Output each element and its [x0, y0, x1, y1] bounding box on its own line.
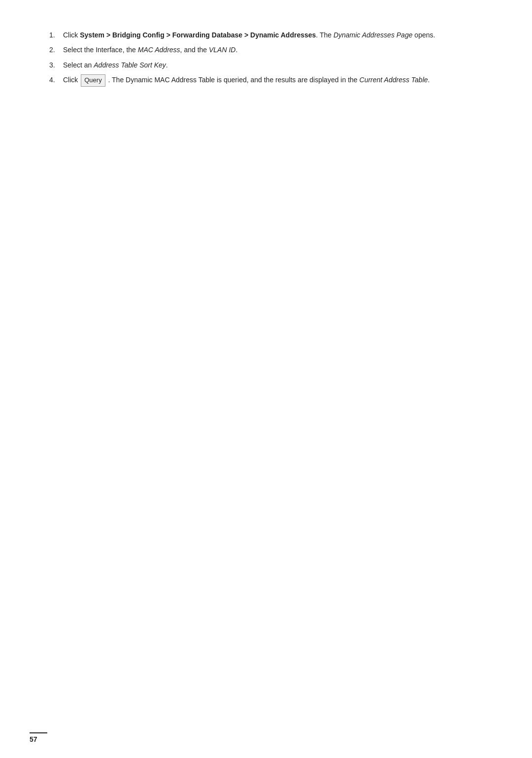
list-item: Select the Interface, the MAC Address, a…	[49, 44, 493, 55]
step-1-content: Click System > Bridging Config > Forward…	[63, 30, 493, 40]
step-2-content: Select the Interface, the MAC Address, a…	[63, 44, 493, 55]
instructions-list: Click System > Bridging Config > Forward…	[39, 30, 493, 87]
list-item: Click System > Bridging Config > Forward…	[49, 30, 493, 40]
step-4-text-after: . The Dynamic MAC Address Table is queri…	[108, 76, 360, 84]
page-content: Click System > Bridging Config > Forward…	[0, 0, 532, 130]
step-4-content: Click Query . The Dynamic MAC Address Ta…	[63, 74, 493, 87]
step-4-text-end: .	[428, 76, 430, 84]
step-3-text-before: Select an	[63, 61, 94, 69]
step-2-text-before: Select the Interface, the	[63, 46, 138, 54]
step-1-nav-path: System > Bridging Config > Forwarding Da…	[80, 31, 316, 39]
step-4-text-before: Click	[63, 76, 78, 84]
list-item: Click Query . The Dynamic MAC Address Ta…	[49, 74, 493, 87]
step-3-content: Select an Address Table Sort Key.	[63, 60, 493, 70]
step-2-italic1: MAC Address	[138, 46, 180, 54]
query-button[interactable]: Query	[81, 74, 105, 87]
step-2-text-after: .	[235, 46, 237, 54]
step-4-italic1: Current Address Table	[360, 76, 428, 84]
step-1-page-name: Dynamic Addresses Page	[333, 31, 413, 39]
step-1-middle: . The	[316, 31, 333, 39]
list-item: Select an Address Table Sort Key.	[49, 60, 493, 70]
step-2-text-middle: , and the	[180, 46, 209, 54]
page-number: 57	[30, 732, 47, 743]
step-1-suffix: opens.	[412, 31, 435, 39]
step-1-click-prefix: Click	[63, 31, 78, 39]
step-2-italic2: VLAN ID	[209, 46, 235, 54]
step-3-italic1: Address Table Sort Key	[94, 61, 166, 69]
step-3-text-after: .	[166, 61, 168, 69]
